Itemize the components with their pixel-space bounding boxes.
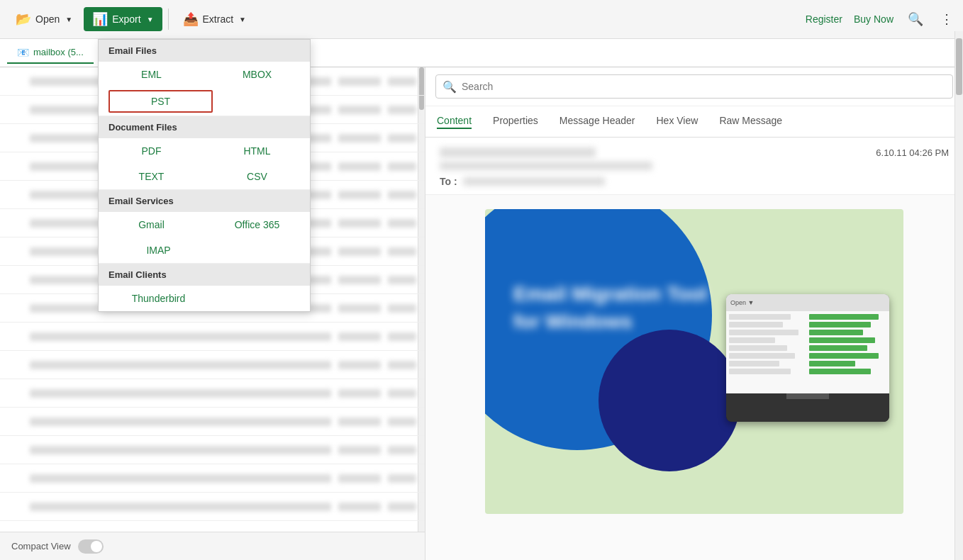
text-csv-row: TEXT CSV <box>99 164 310 189</box>
bottom-bar: Compact View <box>0 532 425 560</box>
export-button[interactable]: 📊 Export ▼ <box>84 7 162 31</box>
toolbar-right: Register Buy Now 🔍 ⋮ <box>806 9 956 30</box>
email-to-row: To : <box>440 176 949 187</box>
thunderbird-option[interactable]: Thunderbird <box>99 287 218 310</box>
extract-icon: 📤 <box>183 11 199 27</box>
table-row[interactable] <box>0 379 425 408</box>
extract-dropdown-arrow: ▼ <box>239 16 246 23</box>
laptop-stand <box>786 393 829 399</box>
email-body: Email Migration Tool for Windows Open ▼ <box>425 195 963 560</box>
export-dropdown-arrow: ▼ <box>147 16 154 23</box>
table-row[interactable] <box>0 493 425 521</box>
laptop-screen-header: Open ▼ <box>726 294 889 311</box>
laptop-screen: Open ▼ <box>726 294 889 393</box>
eml-mbox-row: EML MBOX <box>99 62 310 87</box>
email-subject <box>440 162 652 170</box>
gmail-option[interactable]: Gmail <box>99 213 204 236</box>
export-icon: 📊 <box>92 11 108 27</box>
folder-icon: 📂 <box>16 11 31 27</box>
tab-raw-message[interactable]: Raw Message <box>719 115 782 129</box>
laptop-base <box>726 393 889 422</box>
content-tabs: Content Properties Message Header Hex Vi… <box>425 106 963 138</box>
mbox-option[interactable]: MBOX <box>204 63 310 86</box>
promo-image: Email Migration Tool for Windows Open ▼ <box>485 209 903 514</box>
compact-view-toggle[interactable] <box>78 539 104 554</box>
toolbar-separator <box>168 9 169 30</box>
promo-circle-small <box>599 330 740 471</box>
pdf-option[interactable]: PDF <box>99 140 204 162</box>
email-from <box>440 147 596 157</box>
tab-properties[interactable]: Properties <box>493 115 538 129</box>
search-bar: 🔍 <box>425 67 963 106</box>
pdf-html-row: PDF HTML <box>99 138 310 164</box>
imap-row: IMAP <box>99 237 310 263</box>
search-input[interactable] <box>435 74 953 99</box>
compact-view-label: Compact View <box>11 541 71 551</box>
to-label: To : <box>440 176 457 187</box>
tab-content[interactable]: Content <box>437 115 472 129</box>
table-row[interactable] <box>0 408 425 436</box>
table-row[interactable] <box>0 436 425 464</box>
thunderbird-row: Thunderbird <box>99 286 310 311</box>
office365-option[interactable]: Office 365 <box>204 213 310 236</box>
table-row[interactable] <box>0 351 425 379</box>
tab-message-header[interactable]: Message Header <box>560 115 635 129</box>
imap-option[interactable]: IMAP <box>99 239 218 262</box>
open-dropdown-arrow: ▼ <box>65 16 72 23</box>
email-clients-header: Email Clients <box>99 264 310 286</box>
text-option[interactable]: TEXT <box>99 165 204 188</box>
pst-row: PST <box>99 87 310 116</box>
gmail-office365-row: Gmail Office 365 <box>99 212 310 237</box>
open-button[interactable]: 📂 Open ▼ <box>7 7 81 31</box>
email-date: 6.10.11 04:26 PM <box>876 147 949 158</box>
document-files-header: Document Files <box>99 116 310 138</box>
more-options-button[interactable]: ⋮ <box>937 9 956 30</box>
eml-option[interactable]: EML <box>99 63 204 86</box>
email-content-panel: 🔍 Content Properties Message Header Hex … <box>425 67 963 560</box>
table-row[interactable] <box>0 323 425 351</box>
html-option[interactable]: HTML <box>204 140 310 162</box>
tab-hex-view[interactable]: Hex View <box>656 115 698 129</box>
mailbox-icon: 📧 <box>17 47 29 58</box>
content-scrollbar-thumb <box>956 38 962 95</box>
toggle-knob <box>91 541 102 552</box>
promo-laptop: Open ▼ <box>726 294 889 422</box>
content-scrollbar[interactable] <box>954 31 963 560</box>
email-files-header: Email Files <box>99 40 310 62</box>
laptop-screen-content <box>726 311 889 393</box>
buy-now-link[interactable]: Buy Now <box>854 13 894 25</box>
table-row[interactable] <box>0 464 425 493</box>
search-toolbar-button[interactable]: 🔍 <box>905 9 926 30</box>
register-link[interactable]: Register <box>806 13 842 25</box>
extract-button[interactable]: 📤 Extract ▼ <box>174 7 255 31</box>
email-services-header: Email Services <box>99 190 310 212</box>
mailbox-tab[interactable]: 📧 mailbox (5... <box>7 43 94 64</box>
toolbar: 📂 Open ▼ 📊 Export ▼ 📤 Extract ▼ Register… <box>0 0 963 39</box>
csv-option[interactable]: CSV <box>204 165 310 188</box>
email-header: 6.10.11 04:26 PM To : <box>425 138 963 195</box>
email-to-address <box>463 177 605 186</box>
promo-text: Email Migration Tool for Windows <box>513 280 712 335</box>
export-dropdown-menu: Email Files EML MBOX PST Document Files … <box>98 39 311 312</box>
pst-option[interactable]: PST <box>108 90 213 113</box>
